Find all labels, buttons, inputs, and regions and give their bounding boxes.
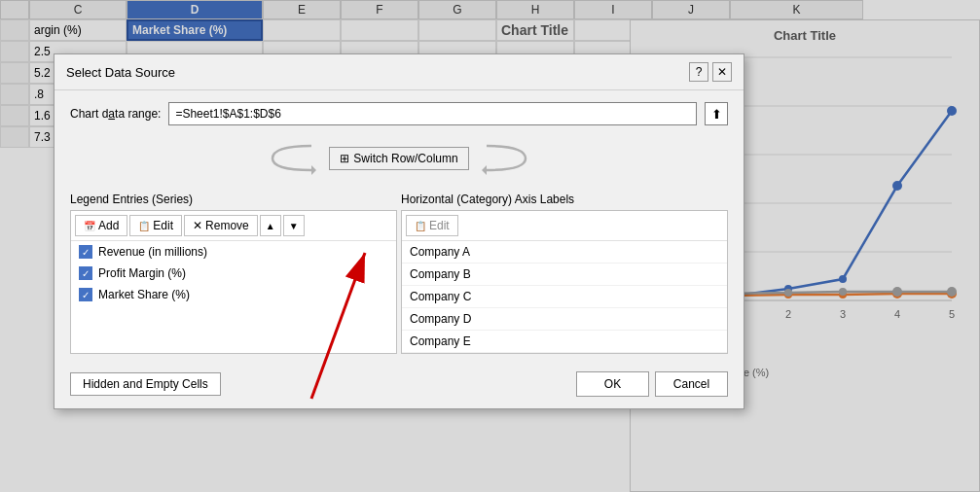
legend-item[interactable]: ✓ Profit Margin (%) [71,263,396,284]
hidden-empty-cells-button[interactable]: Hidden and Empty Cells [70,372,221,396]
category-item: Company B [402,264,727,286]
add-series-button[interactable]: 📅 Add [75,215,127,236]
remove-series-button[interactable]: ✕ Remove [184,215,258,236]
bottom-row: Hidden and Empty Cells OK Cancel [70,368,728,397]
add-icon: 📅 [84,221,95,231]
dialog-controls: ? ✕ [689,62,732,82]
remove-x-icon: ✕ [193,219,202,232]
right-arrow-icon [477,141,540,175]
switch-btn-label: Switch Row/Column [353,152,457,165]
legend-item-label: Market Share (%) [98,288,190,301]
svg-marker-33 [311,165,316,175]
legend-checkbox[interactable]: ✓ [79,266,92,280]
legend-item-label: Profit Margin (%) [98,266,186,280]
add-btn-label: Add [98,219,119,232]
edit-icon: 📋 [138,221,150,231]
category-toolbar: 📋 Edit [402,211,727,241]
edit-series-button[interactable]: 📋 Edit [129,215,182,236]
legend-toolbar: 📅 Add 📋 Edit ✕ Remove ▲ ▼ [71,211,396,241]
ok-button[interactable]: OK [576,371,649,397]
category-item: Company E [402,331,727,353]
legend-list: ✓ Revenue (in millions) ✓ Profit Margin … [71,241,396,348]
legend-entries-section: Legend Entries (Series) 📅 Add 📋 Edit ✕ [70,189,397,354]
edit-cat-label: Edit [429,219,450,232]
remove-btn-label: Remove [205,219,249,232]
panels-row: Legend Entries (Series) 📅 Add 📋 Edit ✕ [70,189,728,354]
dialog-title: Select Data Source [66,65,175,80]
chart-data-range-row: Chart data range: ⬆ [70,102,728,125]
category-item: Company D [402,308,727,331]
legend-item[interactable]: ✓ Revenue (in millions) [71,241,396,263]
close-button[interactable]: ✕ [712,62,732,82]
category-labels-header: Horizontal (Category) Axis Labels [401,189,728,210]
switch-row-column-button[interactable]: ⊞ Switch Row/Column [329,147,468,170]
dialog-titlebar: Select Data Source ? ✕ [54,54,744,90]
chart-data-range-label: Chart data range: [70,107,161,121]
legend-checkbox[interactable]: ✓ [79,288,92,301]
legend-entries-panel: 📅 Add 📋 Edit ✕ Remove ▲ ▼ [70,210,397,354]
legend-checkbox[interactable]: ✓ [79,245,92,259]
category-list: Company A Company B Company C Company D … [402,241,727,353]
edit-btn-label: Edit [153,219,173,232]
switch-row-column-row: ⊞ Switch Row/Column [70,141,728,175]
legend-item-label: Revenue (in millions) [98,245,207,259]
category-labels-panel: 📋 Edit Company A Company B Company C Com… [401,210,728,354]
edit-category-button[interactable]: 📋 Edit [406,215,458,236]
range-selector-button[interactable]: ⬆ [705,102,728,125]
switch-icon: ⊞ [340,152,349,165]
left-arrow-icon [258,141,321,175]
category-item: Company C [402,286,727,308]
category-labels-section: Horizontal (Category) Axis Labels 📋 Edit… [401,189,728,354]
edit-cat-icon: 📋 [415,221,426,231]
move-series-up-button[interactable]: ▲ [260,215,281,236]
chart-data-range-input[interactable] [168,102,697,125]
cancel-button[interactable]: Cancel [655,371,728,397]
category-item: Company A [402,241,727,264]
legend-item[interactable]: ✓ Market Share (%) [71,284,396,305]
move-series-down-button[interactable]: ▼ [283,215,305,236]
help-button[interactable]: ? [689,62,708,82]
legend-entries-header: Legend Entries (Series) [70,189,397,210]
dialog-body: Chart data range: ⬆ ⊞ Switch Row/Column [54,90,744,408]
select-data-source-dialog: Select Data Source ? ✕ Chart data range:… [54,53,744,409]
svg-marker-34 [482,165,487,175]
action-buttons: OK Cancel [576,371,728,397]
